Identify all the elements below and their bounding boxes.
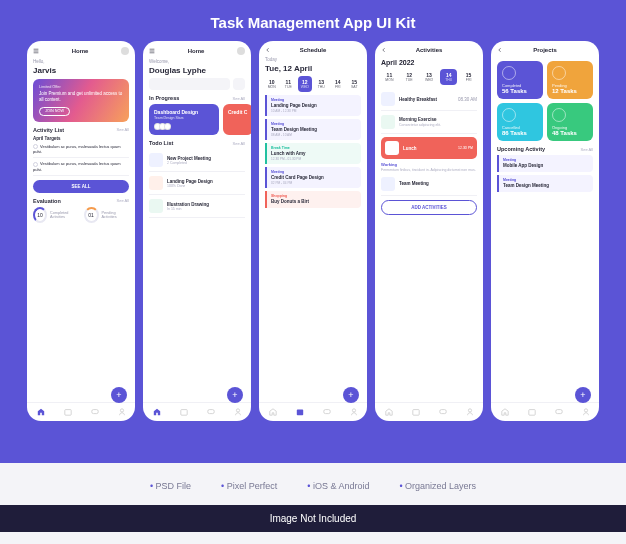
profile-icon[interactable] <box>582 408 590 416</box>
disclaimer: Image Not Included <box>0 505 626 532</box>
home-icon[interactable] <box>269 408 277 416</box>
avatar[interactable] <box>121 47 129 55</box>
profile-icon[interactable] <box>118 408 126 416</box>
activity-item[interactable]: Morning ExerciseConsectetur adipiscing e… <box>381 111 477 134</box>
calendar-day[interactable]: 12TUE <box>401 69 418 85</box>
chat-icon[interactable] <box>323 408 331 416</box>
calendar-day[interactable]: 11MON <box>381 69 398 85</box>
avatar[interactable] <box>237 47 245 55</box>
back-icon[interactable] <box>497 47 503 53</box>
svg-point-5 <box>236 409 239 412</box>
stat-ongoing[interactable]: Ongoing48 Tasks <box>547 103 593 141</box>
stat-pending: 01 Pending Activities <box>84 207 130 223</box>
calendar-day[interactable]: 13THU <box>315 76 329 92</box>
bottom-nav <box>375 402 483 421</box>
see-all-link[interactable]: See All <box>117 127 129 132</box>
welcome-label: Welcome, <box>149 59 245 64</box>
calendar-icon[interactable] <box>180 408 188 416</box>
exercise-icon <box>381 115 395 129</box>
calendar-day[interactable]: 14FRI <box>331 76 345 92</box>
stat-completed[interactable]: Completed56 Tasks <box>497 61 543 99</box>
list-item[interactable]: Vestibulum ac purus, malesuada lectus qu… <box>33 141 129 158</box>
add-fab[interactable]: + <box>343 387 359 403</box>
calendar-icon[interactable] <box>64 408 72 416</box>
stat-pending[interactable]: Pending12 Tasks <box>547 61 593 99</box>
promo-badge: Limited Offer <box>39 85 123 89</box>
add-activities-button[interactable]: ADD ACTIVITIES <box>381 200 477 215</box>
home-icon[interactable] <box>501 408 509 416</box>
add-fab[interactable]: + <box>111 387 127 403</box>
profile-icon[interactable] <box>466 408 474 416</box>
progress-card[interactable]: Dashboard Design Team Design Stars <box>149 104 219 135</box>
home-icon[interactable] <box>385 408 393 416</box>
join-button[interactable]: JOIN NOW <box>39 107 70 116</box>
calendar-day[interactable]: 13WED <box>421 69 438 85</box>
todo-item[interactable]: New Project Meeting2 Completed <box>149 149 245 172</box>
upcoming-item[interactable]: MeetingTeam Design Meeting <box>497 175 593 192</box>
see-all-link[interactable]: See All <box>233 141 245 146</box>
chat-icon[interactable] <box>91 408 99 416</box>
calendar-day[interactable]: 14THU <box>440 69 457 85</box>
bottom-nav <box>27 402 135 421</box>
back-icon[interactable] <box>265 47 271 53</box>
stat-label: Pending Activities <box>102 211 129 219</box>
stat-completed: 10 Completed Activities <box>33 207 79 223</box>
section-title: Upcoming Activity <box>497 146 545 152</box>
filter-button[interactable] <box>233 78 245 90</box>
progress-ring-icon: 01 <box>84 207 99 223</box>
lunch-card[interactable]: Lunch12.30 PM <box>381 137 477 159</box>
lunch-title: Lunch <box>403 146 417 151</box>
todo-title: Landing Page Design <box>167 179 213 184</box>
schedule-slot[interactable]: MeetingCredit Card Page Design02 PM - 04… <box>265 167 361 188</box>
calendar-day[interactable]: 12WED <box>298 76 312 92</box>
todo-item[interactable]: Illustration DrawingIn 15 min <box>149 195 245 218</box>
feature-list: PSD File Pixel Perfect iOS & Android Org… <box>0 481 626 491</box>
schedule-slot[interactable]: ShoppingBuy Donuts a Birt <box>265 191 361 208</box>
home-icon[interactable] <box>37 408 45 416</box>
chat-icon[interactable] <box>555 408 563 416</box>
calendar-icon[interactable] <box>528 408 536 416</box>
profile-icon[interactable] <box>350 408 358 416</box>
schedule-slot[interactable]: Break TimeLunch with Amy12.30 PM - 01.30… <box>265 143 361 164</box>
add-fab[interactable]: + <box>575 387 591 403</box>
profile-icon[interactable] <box>234 408 242 416</box>
stat-cancelled[interactable]: Cancelled86 Tasks <box>497 103 543 141</box>
chat-icon[interactable] <box>207 408 215 416</box>
calendar-day[interactable]: 15SAT <box>348 76 362 92</box>
working-desc: Fermentum finibus, tincidunt in. Adipisc… <box>381 168 477 173</box>
promo-card[interactable]: Limited Offer Join Premium and get unlim… <box>33 79 129 122</box>
header-title: Projects <box>533 47 557 53</box>
svg-rect-7 <box>323 410 329 414</box>
add-fab[interactable]: + <box>227 387 243 403</box>
calendar-icon[interactable] <box>412 408 420 416</box>
see-all-link[interactable]: See All <box>117 198 129 203</box>
home-icon[interactable] <box>153 408 161 416</box>
list-item[interactable]: Vestibulum ac purus, malesuada lectus qu… <box>33 158 129 175</box>
stat-label: Cancelled <box>502 125 538 130</box>
lunch-icon <box>385 141 399 155</box>
see-all-link[interactable]: See All <box>233 96 245 101</box>
progress-card[interactable]: Credit C <box>223 104 251 135</box>
activity-item[interactable]: Team Meeting <box>381 173 477 196</box>
bottom-nav <box>143 402 251 421</box>
todo-item[interactable]: Landing Page Design100% Done <box>149 172 245 195</box>
activity-title: Healthy Breakfast <box>399 97 437 102</box>
stat-label: Completed <box>502 83 538 88</box>
schedule-slot[interactable]: MeetingTeam Design Meeting08 AM - 10 AM <box>265 119 361 140</box>
activity-item[interactable]: Healthy Breakfast08.30 AM <box>381 88 477 111</box>
see-all-link[interactable]: See All <box>581 147 593 152</box>
svg-point-8 <box>352 409 355 412</box>
menu-icon[interactable] <box>33 48 39 54</box>
menu-icon[interactable] <box>149 48 155 54</box>
see-all-button[interactable]: SEE ALL <box>33 180 129 193</box>
calendar-day[interactable]: 11TUE <box>282 76 296 92</box>
back-icon[interactable] <box>381 47 387 53</box>
chat-icon[interactable] <box>439 408 447 416</box>
calendar-day[interactable]: 15FRI <box>460 69 477 85</box>
schedule-slot[interactable]: MeetingLanding Page Design10 AM - 12.30 … <box>265 95 361 116</box>
search-input[interactable] <box>149 78 230 90</box>
item-text: Vestibulum ac purus, malesuada lectus qu… <box>33 144 121 154</box>
upcoming-item[interactable]: MeetingMobile App Design <box>497 155 593 172</box>
calendar-day[interactable]: 10MON <box>265 76 279 92</box>
calendar-icon[interactable] <box>296 408 304 416</box>
